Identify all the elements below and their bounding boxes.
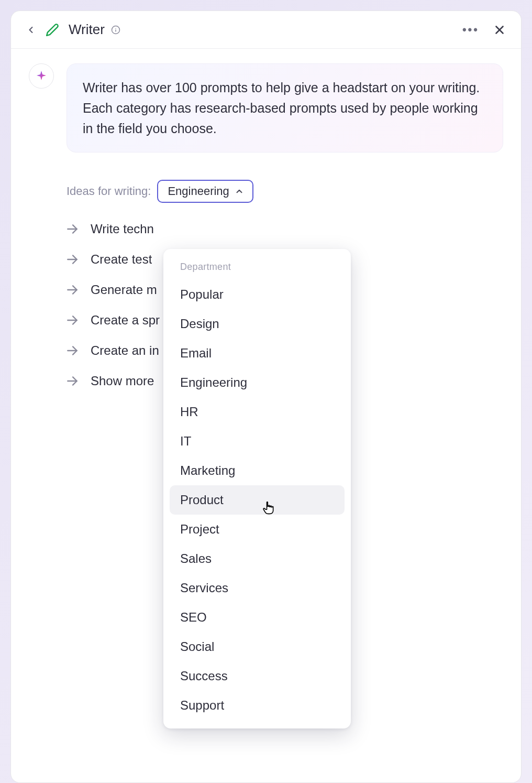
- ideas-label: Ideas for writing:: [66, 184, 151, 198]
- back-button[interactable]: [26, 25, 36, 35]
- dropdown-item[interactable]: Popular: [170, 280, 345, 309]
- arrow-right-icon: [65, 344, 79, 357]
- prompt-text: Create an in: [91, 343, 159, 358]
- dropdown-item[interactable]: Email: [170, 339, 345, 368]
- modal-content: Writer has over 100 prompts to help give…: [11, 49, 521, 782]
- dropdown-item[interactable]: Engineering: [170, 368, 345, 397]
- category-dropdown: Department PopularDesignEmailEngineering…: [163, 249, 351, 728]
- pencil-icon: [46, 23, 59, 37]
- category-selected-value: Engineering: [168, 184, 229, 198]
- header-right: •••: [462, 23, 506, 37]
- dropdown-item[interactable]: Product: [170, 485, 345, 515]
- ideas-row: Ideas for writing: Engineering: [66, 180, 503, 203]
- intro-box: Writer has over 100 prompts to help give…: [66, 63, 503, 153]
- arrow-right-icon: [65, 283, 79, 297]
- dropdown-section-label: Department: [170, 259, 345, 280]
- writer-modal: Writer ••• Writer has over 100 prompts t…: [10, 10, 522, 783]
- modal-header: Writer •••: [11, 11, 521, 49]
- dropdown-item[interactable]: Support: [170, 691, 345, 720]
- arrow-right-icon: [65, 222, 79, 236]
- header-left: Writer: [26, 21, 120, 38]
- dropdown-item[interactable]: HR: [170, 397, 345, 427]
- prompt-text: Write techn: [91, 222, 154, 236]
- dropdown-item[interactable]: Success: [170, 661, 345, 691]
- dropdown-item[interactable]: Project: [170, 515, 345, 544]
- chevron-up-icon: [235, 187, 244, 196]
- ai-badge: [29, 63, 54, 89]
- prompt-text: Create test: [91, 252, 152, 267]
- page-title: Writer: [69, 21, 105, 38]
- prompt-text: Show more: [91, 374, 154, 388]
- more-options-button[interactable]: •••: [462, 23, 479, 37]
- prompt-text: Generate m: [91, 282, 157, 297]
- dropdown-item[interactable]: Social: [170, 632, 345, 661]
- dropdown-item[interactable]: IT: [170, 427, 345, 456]
- arrow-right-icon: [65, 253, 79, 266]
- dropdown-item[interactable]: Design: [170, 309, 345, 339]
- chevron-left-icon: [26, 25, 36, 35]
- prompt-item[interactable]: Write techn: [65, 214, 503, 244]
- arrow-right-icon: [65, 374, 79, 388]
- dropdown-item[interactable]: Marketing: [170, 456, 345, 485]
- arrow-right-icon: [65, 313, 79, 327]
- close-icon: [493, 23, 506, 37]
- category-select[interactable]: Engineering: [157, 180, 253, 203]
- prompt-text: Create a spr: [91, 313, 160, 328]
- sparkle-icon: [35, 70, 48, 82]
- dropdown-item[interactable]: Services: [170, 573, 345, 603]
- intro-row: Writer has over 100 prompts to help give…: [29, 63, 503, 153]
- info-icon[interactable]: [111, 25, 120, 35]
- dropdown-item[interactable]: SEO: [170, 603, 345, 632]
- dropdown-item[interactable]: Sales: [170, 544, 345, 573]
- close-button[interactable]: [493, 23, 506, 37]
